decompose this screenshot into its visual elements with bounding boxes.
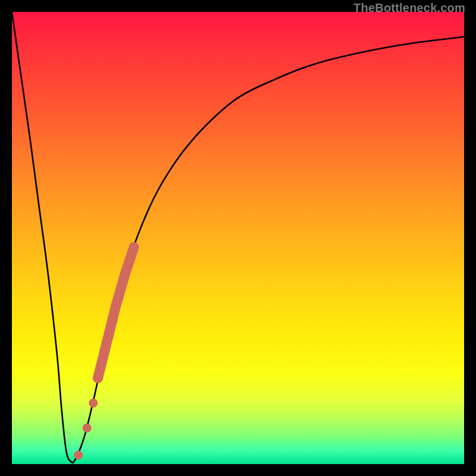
plot-area	[12, 12, 464, 464]
chart-frame: TheBottleneck.com	[0, 0, 476, 476]
highlight-dot	[74, 450, 83, 459]
highlight-thick-segment	[98, 247, 134, 378]
highlight-dot	[83, 424, 92, 433]
curve-group	[12, 12, 464, 463]
bottleneck-curve-path	[12, 12, 464, 463]
highlight-dot	[89, 399, 98, 408]
highlight-dots	[74, 247, 134, 459]
curve-svg	[12, 12, 464, 464]
